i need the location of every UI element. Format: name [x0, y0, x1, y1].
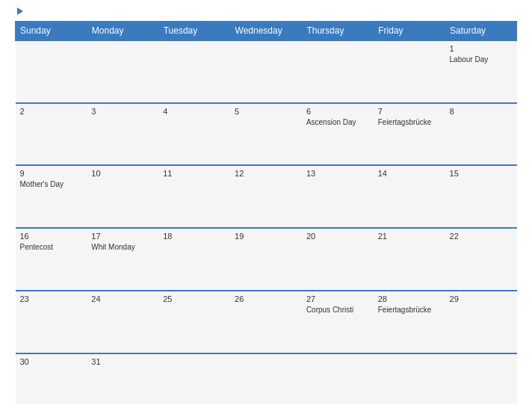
day-number: 12 — [235, 169, 297, 178]
day-number: 14 — [378, 169, 441, 178]
day-number: 17 — [91, 232, 154, 241]
day-number: 20 — [306, 232, 369, 241]
day-number: 4 — [163, 107, 226, 116]
day-number: 11 — [163, 169, 226, 178]
holiday-label: Feiertagsbrücke — [378, 118, 432, 126]
day-number: 13 — [306, 169, 369, 178]
calendar-cell: 6Ascension Day — [302, 103, 374, 166]
calendar-cell — [374, 353, 445, 404]
calendar-cell: 13 — [302, 165, 374, 228]
calendar-cell: 24 — [87, 291, 158, 353]
calendar: SundayMondayTuesdayWednesdayThursdayFrid… — [0, 21, 532, 411]
calendar-cell: 15 — [445, 165, 517, 228]
calendar-cell: 3 — [87, 103, 158, 166]
calendar-cell: 9Mother's Day — [16, 165, 87, 228]
calendar-cell — [374, 40, 445, 103]
holiday-label: Whit Monday — [91, 243, 134, 251]
day-number: 9 — [20, 169, 83, 178]
day-number: 18 — [163, 232, 226, 241]
day-header-tuesday: Tuesday — [158, 22, 230, 41]
calendar-cell — [445, 353, 517, 404]
calendar-cell: 26 — [230, 291, 302, 353]
calendar-cell: 27Corpus Christi — [302, 291, 374, 353]
day-number: 25 — [163, 294, 226, 303]
day-header-sunday: Sunday — [16, 22, 87, 41]
day-header-wednesday: Wednesday — [230, 22, 302, 41]
calendar-cell: 8 — [445, 103, 517, 166]
day-number: 27 — [306, 294, 369, 303]
day-number: 2 — [20, 107, 83, 116]
week-row: 16Pentecost17Whit Monday1819202122 — [16, 228, 517, 291]
calendar-cell: 4 — [158, 103, 230, 166]
calendar-cell — [230, 40, 302, 103]
calendar-cell: 2 — [16, 103, 87, 166]
calendar-cell: 25 — [158, 291, 230, 353]
week-row: 3031 — [16, 353, 517, 404]
calendar-table: SundayMondayTuesdayWednesdayThursdayFrid… — [15, 21, 517, 404]
calendar-cell: 29 — [445, 291, 517, 353]
day-number: 7 — [378, 107, 441, 116]
day-header-monday: Monday — [87, 22, 158, 41]
day-number: 26 — [235, 294, 297, 303]
day-header-thursday: Thursday — [302, 22, 374, 41]
calendar-cell — [16, 40, 87, 103]
calendar-cell: 30 — [16, 353, 87, 404]
day-number: 31 — [91, 357, 154, 366]
day-number: 10 — [91, 169, 154, 178]
day-number: 22 — [450, 232, 513, 241]
calendar-cell: 7Feiertagsbrücke — [374, 103, 445, 166]
logo — [15, 7, 23, 15]
holiday-label: Corpus Christi — [306, 306, 353, 314]
day-number: 6 — [306, 107, 369, 116]
holiday-label: Labour Day — [450, 55, 489, 64]
day-number: 8 — [450, 107, 513, 116]
day-number: 19 — [235, 232, 297, 241]
calendar-cell — [230, 353, 302, 404]
calendar-cell: 14 — [374, 165, 445, 228]
calendar-cell: 19 — [230, 228, 302, 291]
holiday-label: Mother's Day — [20, 180, 64, 188]
calendar-cell: 5 — [230, 103, 302, 166]
day-header-friday: Friday — [374, 22, 445, 41]
calendar-cell — [302, 353, 374, 404]
day-number: 21 — [378, 232, 441, 241]
day-header-saturday: Saturday — [445, 22, 517, 41]
week-row: 1Labour Day — [16, 40, 517, 103]
calendar-cell: 31 — [87, 353, 158, 404]
calendar-cell: 11 — [158, 165, 230, 228]
calendar-cell: 18 — [158, 228, 230, 291]
calendar-cell — [87, 40, 158, 103]
calendar-cell — [158, 40, 230, 103]
day-number: 15 — [450, 169, 513, 178]
calendar-cell: 17Whit Monday — [87, 228, 158, 291]
day-number: 5 — [235, 107, 297, 116]
day-number: 16 — [20, 232, 83, 241]
holiday-label: Ascension Day — [306, 118, 356, 126]
day-number: 28 — [378, 294, 441, 303]
calendar-cell — [158, 353, 230, 404]
day-number: 1 — [450, 44, 513, 53]
day-number: 23 — [20, 294, 83, 303]
calendar-cell: 23 — [16, 291, 87, 353]
logo-triangle-icon — [17, 7, 23, 15]
calendar-cell: 1Labour Day — [445, 40, 517, 103]
calendar-cell: 22 — [445, 228, 517, 291]
holiday-label: Feiertagsbrücke — [378, 306, 432, 314]
week-row: 9Mother's Day101112131415 — [16, 165, 517, 228]
page-header — [0, 0, 532, 21]
day-number: 3 — [91, 107, 154, 116]
calendar-cell: 20 — [302, 228, 374, 291]
logo-blue-text — [15, 7, 23, 15]
day-header-row: SundayMondayTuesdayWednesdayThursdayFrid… — [16, 22, 517, 41]
week-row: 23456Ascension Day7Feiertagsbrücke8 — [16, 103, 517, 166]
day-number: 29 — [450, 294, 513, 303]
day-number: 30 — [20, 357, 83, 366]
calendar-cell — [302, 40, 374, 103]
calendar-cell: 16Pentecost — [16, 228, 87, 291]
day-number: 24 — [91, 294, 154, 303]
calendar-cell: 10 — [87, 165, 158, 228]
holiday-label: Pentecost — [20, 243, 53, 251]
calendar-cell: 21 — [374, 228, 445, 291]
calendar-cell: 12 — [230, 165, 302, 228]
week-row: 2324252627Corpus Christi28Feiertagsbrück… — [16, 291, 517, 353]
